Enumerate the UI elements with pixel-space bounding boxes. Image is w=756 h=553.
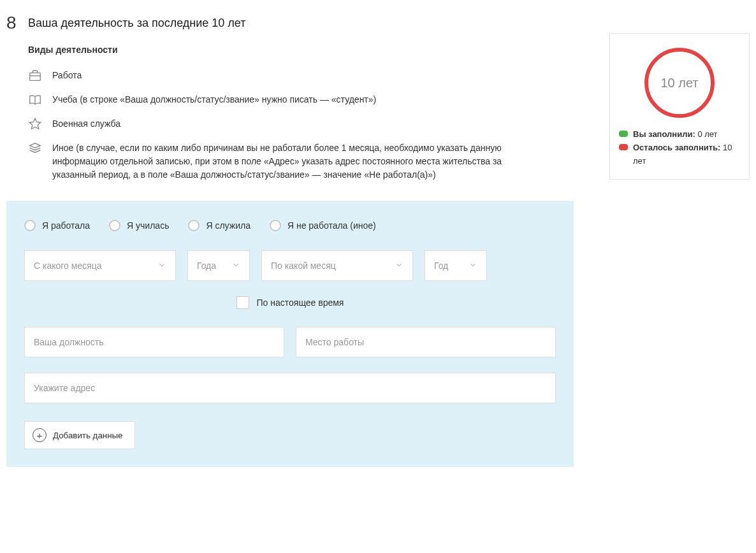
star-icon	[28, 117, 45, 131]
dot-green-icon	[619, 131, 628, 137]
add-button-label: Добавить данные	[53, 431, 123, 440]
radio-label: Я не работала (иное)	[287, 220, 376, 231]
address-row: Укажите адрес	[24, 373, 556, 403]
section-title: Ваша деятельность за последние 10 лет	[28, 17, 245, 30]
select-placeholder: С какого месяца	[34, 261, 102, 271]
activity-radio-group: Я работала Я училась Я служила Я не рабо…	[24, 220, 556, 231]
book-icon	[28, 93, 45, 107]
legend-text: Вы заполнили: 0 лет	[633, 128, 718, 141]
present-label: По настоящее время	[257, 298, 344, 308]
present-time-row: По настоящее время	[24, 296, 556, 309]
select-placeholder: Год	[434, 261, 448, 271]
activity-type-other: Иное (в случае, если по каким либо причи…	[28, 136, 574, 187]
add-data-button[interactable]: + Добавить данные	[24, 421, 135, 449]
progress-widget: 10 лет Вы заполнили: 0 лет Осталось запо…	[609, 33, 750, 180]
legend-text: Осталось заполнить: 10 лет	[633, 141, 740, 168]
legend-label: Осталось заполнить:	[633, 143, 720, 152]
radio-icon	[109, 220, 120, 231]
activity-form-panel: Я работала Я училась Я служила Я не рабо…	[6, 201, 574, 467]
chevron-down-icon	[469, 261, 477, 271]
step-number: 8	[6, 13, 28, 33]
briefcase-icon	[28, 69, 45, 83]
from-month-select[interactable]: С какого месяца	[24, 250, 176, 281]
activity-types-list: Работа Учеба (в строке «Ваша должность/с…	[28, 64, 574, 187]
radio-label: Я училась	[127, 220, 169, 231]
chevron-down-icon	[231, 261, 240, 271]
input-placeholder: Укажите адрес	[34, 383, 95, 393]
address-input[interactable]: Укажите адрес	[24, 373, 556, 403]
position-workplace-row: Ваша должность Место работы	[24, 327, 556, 357]
activity-type-text: Военная служба	[52, 117, 120, 131]
radio-icon	[270, 220, 281, 231]
workplace-input[interactable]: Место работы	[296, 327, 556, 357]
present-checkbox[interactable]	[236, 296, 249, 309]
plus-icon: +	[33, 428, 47, 442]
radio-not-worked[interactable]: Я не работала (иное)	[270, 220, 376, 231]
to-year-select[interactable]: Год	[425, 250, 487, 281]
radio-label: Я работала	[42, 220, 90, 231]
activity-type-study: Учеба (в строке «Ваша должность/статус/з…	[28, 88, 574, 112]
legend-value: 0 лет	[695, 129, 718, 139]
activity-types-heading: Виды деятельности	[28, 45, 574, 55]
input-placeholder: Ваша должность	[34, 337, 103, 347]
date-range-row: С какого месяца Года По какой месяц	[24, 250, 556, 281]
main-column: 8 Ваша деятельность за последние 10 лет …	[6, 13, 574, 467]
dot-red-icon	[619, 144, 628, 150]
progress-ring-wrap: 10 лет	[619, 48, 740, 118]
progress-ring: 10 лет	[644, 48, 715, 118]
section-header: 8 Ваша деятельность за последние 10 лет	[6, 13, 574, 33]
activity-type-text: Учеба (в строке «Ваша должность/статус/з…	[52, 93, 376, 106]
activity-type-military: Военная служба	[28, 112, 574, 136]
legend-label: Вы заполнили:	[633, 129, 695, 139]
input-placeholder: Место работы	[305, 337, 364, 347]
select-placeholder: Года	[197, 261, 216, 271]
activity-type-work: Работа	[28, 64, 574, 88]
radio-worked[interactable]: Я работала	[24, 220, 90, 231]
svg-rect-0	[30, 73, 41, 80]
radio-studied[interactable]: Я училась	[109, 220, 169, 231]
chevron-down-icon	[395, 261, 403, 271]
radio-icon	[188, 220, 200, 231]
legend-remaining: Осталось заполнить: 10 лет	[619, 141, 740, 168]
stack-icon	[28, 141, 45, 155]
activity-type-text: Работа	[52, 69, 82, 82]
legend-filled: Вы заполнили: 0 лет	[619, 128, 740, 141]
progress-legend: Вы заполнили: 0 лет Осталось заполнить: …	[619, 128, 740, 168]
radio-icon	[24, 220, 36, 231]
ring-label: 10 лет	[660, 76, 698, 90]
progress-widget-column: 10 лет Вы заполнили: 0 лет Осталось запо…	[609, 33, 750, 180]
chevron-down-icon	[157, 261, 166, 271]
activity-type-text: Иное (в случае, если по каким либо причи…	[52, 141, 537, 182]
from-year-select[interactable]: Года	[187, 250, 250, 281]
radio-label: Я служила	[206, 220, 250, 231]
select-placeholder: По какой месяц	[271, 261, 336, 271]
radio-served[interactable]: Я служила	[188, 220, 250, 231]
to-month-select[interactable]: По какой месяц	[261, 250, 413, 281]
position-input[interactable]: Ваша должность	[24, 327, 284, 357]
